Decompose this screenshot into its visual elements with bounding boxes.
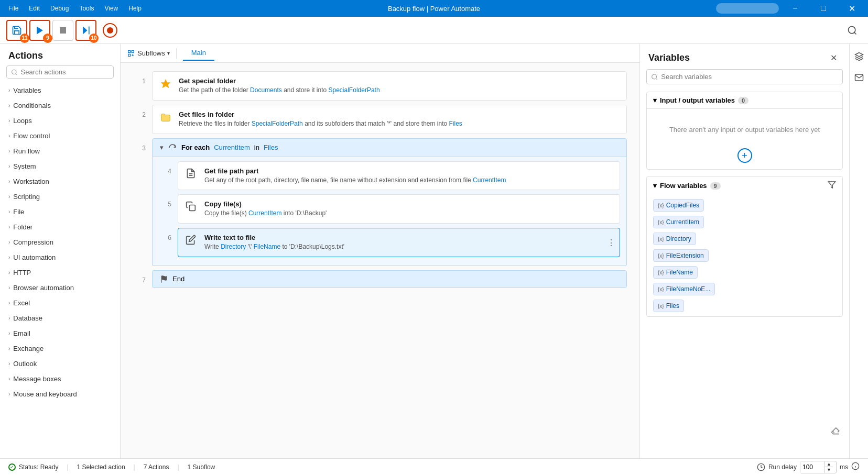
action-item-runflow[interactable]: ›Run flow xyxy=(0,143,120,159)
variables-close-button[interactable]: ✕ xyxy=(826,50,841,65)
step-1-card[interactable]: Get special folder Get the path of the f… xyxy=(152,71,627,101)
menu-edit[interactable]: Edit xyxy=(25,3,44,14)
step-4: 4 Get file path part Get any of the root… xyxy=(159,161,620,191)
step-6-content: Write text to file Write Directory '\' F… xyxy=(204,234,344,251)
end-block[interactable]: End xyxy=(152,270,627,288)
flow-vars-header[interactable]: ▾ Flow variables 9 xyxy=(647,176,842,195)
divider xyxy=(176,48,177,59)
flow-vars-label: Flow variables xyxy=(660,182,707,190)
step-6-card[interactable]: Write text to file Write Directory '\' F… xyxy=(178,228,620,257)
action-item-browserauto[interactable]: ›Browser automation xyxy=(0,280,120,295)
spinner-up[interactable]: ▲ xyxy=(825,461,833,468)
mail-icon-button[interactable] xyxy=(851,69,867,86)
action-item-mousekeys[interactable]: ›Mouse and keyboard xyxy=(0,386,120,402)
action-item-email[interactable]: ›Email xyxy=(0,326,120,341)
actions-search-box[interactable] xyxy=(6,65,114,79)
action-item-file[interactable]: ›File xyxy=(0,204,120,219)
var-chip-filenamenoext[interactable]: {x}FileNameNoE... xyxy=(653,283,836,295)
step-2-card[interactable]: Get files in folder Retrieve the files i… xyxy=(152,105,627,134)
subflows-dropdown[interactable]: Subflows ▾ xyxy=(127,49,170,58)
search-variables-input[interactable] xyxy=(661,73,838,81)
minimize-button[interactable]: − xyxy=(783,0,807,17)
step-7-number: 7 xyxy=(133,270,146,284)
action-item-folder[interactable]: ›Folder xyxy=(0,219,120,235)
svg-marker-16 xyxy=(855,53,863,57)
subflow-count-text: 1 Subflow xyxy=(188,463,215,471)
action-item-http[interactable]: ›HTTP xyxy=(0,265,120,280)
var-chip-filename[interactable]: {x}FileName xyxy=(653,266,836,279)
menu-file[interactable]: File xyxy=(4,3,23,14)
variables-header: Variables ✕ xyxy=(640,44,849,69)
save-button[interactable]: 11 xyxy=(6,20,27,41)
menu-debug[interactable]: Debug xyxy=(46,3,73,14)
action-item-scripting[interactable]: ›Scripting xyxy=(0,189,120,204)
close-button[interactable]: ✕ xyxy=(840,0,864,17)
search-button[interactable] xyxy=(843,21,862,40)
eraser-button[interactable] xyxy=(830,425,841,437)
var-chip-fileextension[interactable]: {x}FileExtension xyxy=(653,249,836,262)
foreach-body: 4 Get file path part Get any of the root… xyxy=(152,157,627,266)
menu-tools[interactable]: Tools xyxy=(75,3,98,14)
svg-line-14 xyxy=(656,78,657,79)
svg-marker-0 xyxy=(37,26,43,34)
var-chip-copiedfiles[interactable]: {x}CopiedFiles xyxy=(653,199,836,212)
action-item-messageboxes[interactable]: ›Message boxes xyxy=(0,371,120,386)
variables-search-box[interactable] xyxy=(646,69,843,84)
action-item-uiautomation[interactable]: ›UI automation xyxy=(0,250,120,265)
variables-title: Variables xyxy=(648,52,690,63)
step-2-var1: SpecialFolderPath xyxy=(252,120,303,127)
step-1: 1 Get special folder Get the path of the… xyxy=(133,71,627,101)
sep3: | xyxy=(177,463,179,471)
action-item-loops[interactable]: ›Loops xyxy=(0,113,120,128)
var-chip-directory[interactable]: {x}Directory xyxy=(653,233,836,245)
step-5-title: Copy file(s) xyxy=(204,200,327,208)
layers-icon-button[interactable] xyxy=(851,48,867,65)
action-item-workstation[interactable]: ›Workstation xyxy=(0,174,120,189)
var-chip-files[interactable]: {x}Files xyxy=(653,300,836,312)
step-5-var1: CurrentItem xyxy=(248,209,281,217)
action-item-system[interactable]: ›System xyxy=(0,159,120,174)
foreach-loop-icon xyxy=(168,143,177,152)
action-item-flowcontrol[interactable]: ›Flow control xyxy=(0,128,120,143)
action-item-exchange[interactable]: ›Exchange xyxy=(0,341,120,356)
run-button[interactable]: 9 xyxy=(29,20,50,41)
action-item-compression[interactable]: ›Compression xyxy=(0,235,120,250)
action-item-outlook[interactable]: ›Outlook xyxy=(0,356,120,371)
add-variable-button[interactable]: + xyxy=(737,148,752,163)
menu-view[interactable]: View xyxy=(100,3,122,14)
action-item-excel[interactable]: ›Excel xyxy=(0,295,120,311)
subflows-tab-bar: Subflows ▾ Main xyxy=(121,44,639,63)
maximize-button[interactable]: □ xyxy=(811,0,836,17)
menu-help[interactable]: Help xyxy=(124,3,146,14)
action-item-database[interactable]: ›Database xyxy=(0,311,120,326)
action-item-variables[interactable]: ›Variables xyxy=(0,83,120,98)
foreach-collapse-icon[interactable]: ▾ xyxy=(160,143,164,151)
foreach-header[interactable]: ▾ For each CurrentItem in Files xyxy=(152,138,627,157)
folder-icon xyxy=(160,112,172,124)
search-actions-input[interactable] xyxy=(21,68,109,76)
record-button[interactable] xyxy=(103,23,117,38)
filter-icon[interactable] xyxy=(828,181,836,191)
run-delay-info-icon[interactable] xyxy=(851,462,860,472)
input-output-header[interactable]: ▾ Input / output variables 0 xyxy=(647,92,842,108)
run-delay-input[interactable] xyxy=(800,461,824,473)
svg-rect-11 xyxy=(190,205,196,211)
action-item-conditionals[interactable]: ›Conditionals xyxy=(0,98,120,113)
step-button[interactable]: 10 xyxy=(75,20,96,41)
save-badge: 11 xyxy=(20,34,29,43)
step-1-title: Get special folder xyxy=(179,77,380,85)
step-5-card[interactable]: Copy file(s) Copy the file(s) CurrentIte… xyxy=(178,194,620,224)
step-2-desc: Retrieve the files in folder SpecialFold… xyxy=(179,119,462,128)
step-5-number: 5 xyxy=(159,194,171,208)
spinner-down[interactable]: ▼ xyxy=(825,467,833,473)
stop-button[interactable] xyxy=(52,20,73,41)
status-dot xyxy=(8,463,16,471)
svg-point-13 xyxy=(652,74,657,79)
step-6-more-button[interactable]: ⋮ xyxy=(607,238,615,248)
var-chip-currentitem[interactable]: {x}CurrentItem xyxy=(653,216,836,228)
svg-rect-1 xyxy=(60,27,66,34)
svg-marker-15 xyxy=(828,182,835,188)
step-4-card[interactable]: Get file path part Get any of the root p… xyxy=(178,161,620,191)
tab-main[interactable]: Main xyxy=(183,46,214,61)
step-2: 2 Get files in folder Retrieve the files… xyxy=(133,105,627,134)
